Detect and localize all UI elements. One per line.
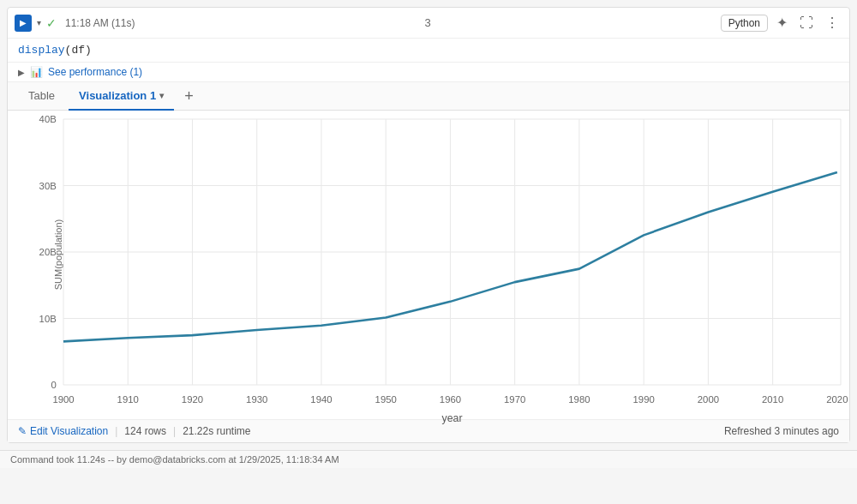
cell-code: display(df) <box>8 39 849 63</box>
tab-table[interactable]: Table <box>18 82 65 111</box>
y-tick-40b: 40B <box>39 114 57 124</box>
footer-divider-1: | <box>115 425 117 437</box>
run-button[interactable]: ▶ <box>15 15 32 32</box>
footer-divider-2: | <box>173 425 176 437</box>
pencil-icon: ✎ <box>18 425 27 437</box>
cell-toolbar: ▶ ▾ ✓ 11:18 AM (11s) 3 Python ✦ ⛶ ⋮ <box>8 8 849 39</box>
x-tick-1990: 1990 <box>633 394 655 405</box>
cell-footer: ✎ Edit Visualization | 124 rows | 21.22s… <box>8 419 849 442</box>
performance-label: See performance (1) <box>48 66 142 78</box>
tab-dropdown-icon[interactable]: ▾ <box>159 91 164 100</box>
x-tick-1980: 1980 <box>568 394 590 405</box>
x-tick-1930: 1930 <box>246 394 267 405</box>
y-tick-10b: 10B <box>39 314 57 324</box>
code-text: (df) <box>65 44 92 57</box>
y-axis-label: SUM(population) <box>53 219 63 290</box>
runtime-info: 21.22s runtime <box>183 425 250 437</box>
status-check-icon: ✓ <box>46 16 57 30</box>
toolbar-right: Python ✦ ⛶ ⋮ <box>721 13 842 33</box>
sparkle-icon[interactable]: ✦ <box>773 13 791 33</box>
chevron-down-icon[interactable]: ▾ <box>37 18 41 27</box>
bar-chart-icon: 📊 <box>30 66 43 78</box>
python-language-button[interactable]: Python <box>721 15 768 32</box>
y-tick-30b: 30B <box>39 181 57 191</box>
tab-visualization-1[interactable]: Visualization 1 ▾ <box>69 82 174 111</box>
tab-viz-label: Visualization 1 <box>79 89 156 102</box>
footer-left: ✎ Edit Visualization | 124 rows | 21.22s… <box>18 425 251 437</box>
chart-area: SUM(population) <box>8 111 849 419</box>
tabs-bar: Table Visualization 1 ▾ + <box>8 82 849 111</box>
command-bar-text: Command took 11.24s -- by demo@databrick… <box>10 454 339 465</box>
see-performance-row[interactable]: ▶ 📊 See performance (1) <box>8 63 849 82</box>
x-tick-1910: 1910 <box>117 394 139 405</box>
performance-arrow-icon: ▶ <box>18 68 25 77</box>
expand-icon[interactable]: ⛶ <box>796 14 817 33</box>
add-visualization-button[interactable]: + <box>177 85 201 107</box>
x-axis-label: year <box>441 412 462 424</box>
cell-timestamp: 11:18 AM (11s) <box>65 17 135 29</box>
x-tick-1900: 1900 <box>52 394 74 405</box>
y-tick-0: 0 <box>51 380 56 390</box>
notebook-cell: ▶ ▾ ✓ 11:18 AM (11s) 3 Python ✦ ⛶ ⋮ disp… <box>7 7 850 443</box>
x-tick-1940: 1940 <box>310 394 332 405</box>
x-tick-2020: 2020 <box>826 394 848 405</box>
command-bar: Command took 11.24s -- by demo@databrick… <box>0 450 857 468</box>
code-function: display <box>18 44 65 57</box>
line-chart: 0 10B 20B 30B 40B 1900 1910 1920 1930 19… <box>63 119 841 385</box>
cell-number: 3 <box>140 16 715 29</box>
refreshed-info: Refreshed 3 minutes ago <box>724 425 839 437</box>
edit-viz-label: Edit Visualization <box>30 425 108 437</box>
x-tick-2010: 2010 <box>762 394 783 405</box>
x-tick-1920: 1920 <box>182 394 203 405</box>
rows-info: 124 rows <box>124 425 166 437</box>
x-tick-1970: 1970 <box>504 394 525 405</box>
x-tick-1960: 1960 <box>440 394 461 405</box>
edit-visualization-button[interactable]: ✎ Edit Visualization <box>18 425 108 437</box>
more-options-icon[interactable]: ⋮ <box>822 13 842 33</box>
x-tick-1950: 1950 <box>375 394 397 405</box>
x-tick-2000: 2000 <box>698 394 719 405</box>
run-icon: ▶ <box>15 15 32 32</box>
output-area: Table Visualization 1 ▾ + SUM(population… <box>8 82 849 442</box>
